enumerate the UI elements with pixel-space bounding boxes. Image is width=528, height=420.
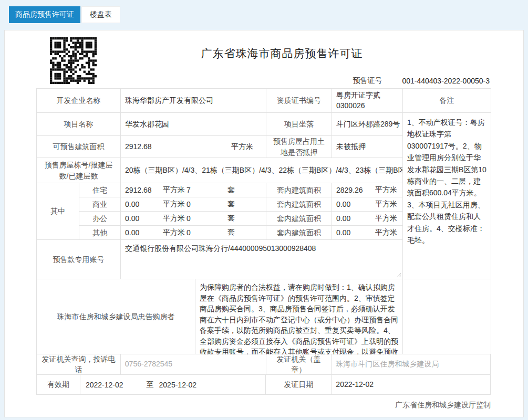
project-name-value: 华发水郡花园 (121, 113, 266, 136)
supervision-footer: 广东省住房和城乡建设厅监制 (36, 401, 491, 410)
inner-area-value: 2829.26 平方米 (332, 183, 403, 197)
license-no-value: 001-440403-2022-00050-3 (402, 77, 490, 85)
inner-area-unit: 平方米 (375, 200, 397, 209)
remark-label: 备注 (403, 89, 491, 113)
location-value: 斗门区环郡路289号 (332, 113, 403, 136)
count-unit: 套 (227, 185, 235, 195)
validity-label: 有效期 (37, 375, 80, 395)
inner-area-label: 套内建筑面积 (266, 226, 332, 240)
account-label: 预售款专用账号 (37, 240, 121, 279)
inner-area-label: 套内建筑面积 (266, 197, 332, 212)
mortgage-label: 预售房屋占用土地是否抵押 (266, 136, 332, 158)
breakdown-values: 2912.68 平方米 7 套 (121, 183, 266, 197)
inner-area-value: 0.00 平方米 (332, 226, 403, 240)
inner-area-unit: 平方米 (375, 214, 397, 223)
inner-area-number: 0.00 (336, 214, 350, 223)
buildings-value: 20栋（三期B区）/4/3、21栋（三期B区）/4/3、22栋（三期B区）/4/… (121, 158, 403, 183)
count-value: 0 (187, 200, 227, 208)
notice-value: 为保障购房者的合法权益，请在购房时做到：1、确认拟购房屋在《商品房预售许可证》的… (195, 279, 403, 354)
validity-to-input[interactable]: 2025-12-02 (159, 381, 197, 389)
account-value: 交通银行股份有限公司珠海分行/444000095013000928408 (125, 244, 316, 253)
project-name-label: 项目名称 (37, 113, 121, 136)
presale-area-value: 2912.68 平方米 (121, 136, 266, 158)
authority-label: 发证机关（盖章） (266, 354, 332, 375)
tab-building-table[interactable]: 楼盘表 (81, 6, 120, 23)
inner-area-unit: 平方米 (375, 228, 397, 237)
area-value: 0.00 (125, 200, 163, 208)
count-unit: 套 (227, 214, 235, 223)
inner-area-label: 套内建筑面积 (266, 212, 332, 226)
presale-area-label: 可预售建筑面积 (37, 136, 121, 158)
count-value: 0 (187, 228, 227, 237)
developer-label: 开发企业名称 (37, 89, 121, 113)
qualification-label: 资质证书编号 (266, 89, 332, 113)
count-unit: 套 (227, 228, 235, 237)
presale-area-number: 2912.68 (125, 142, 152, 152)
issue-date-input[interactable]: 2022-12-02 (332, 375, 491, 395)
buildings-label: 预售房屋栋号/报建层数/已建层数 (37, 158, 121, 183)
permit-table: 开发企业名称 珠海华郡房产开发有限公司 资质证书编号 粤房开证字贰0300026… (36, 88, 491, 395)
page: 商品房预售许可证 楼盘表 广东省珠海市商品房预售许可证 预售证号 001-440… (0, 0, 528, 420)
license-number-line: 预售证号 001-440403-2022-00050-3 (36, 76, 491, 86)
area-unit: 平方米 (163, 185, 187, 195)
breakdown-type: 其他 (79, 226, 121, 240)
phone-input[interactable]: 0756-2782545 (121, 354, 266, 375)
remark-value: 1、不动产权证号：粤房地权证珠字第0300071917号。2、物业管理用房分别位… (403, 113, 491, 279)
notice-label: 珠海市住房和城乡建设局忠告购房者 (37, 279, 195, 354)
inner-area-value: 0.00 平方米 (332, 197, 403, 212)
location-label: 项目坐落 (266, 113, 332, 136)
phone-label: 发证机关查询，投诉电话 (37, 354, 121, 375)
authority-input[interactable]: 珠海市斗门区住房和城乡建设局 (332, 354, 491, 375)
permit-card: 广东省珠海市商品房预售许可证 预售证号 001-440403-2022-0005… (4, 30, 524, 417)
breakdown-type: 住宅 (79, 183, 121, 197)
area-unit: 平方米 (163, 228, 187, 237)
inner-area-number: 2829.26 (336, 186, 363, 194)
qualification-value: 粤房开证字贰0300026 (332, 89, 403, 113)
breakdown-values: 0.00 平方米 0 套 (121, 197, 266, 212)
inner-area-label: 套内建筑面积 (266, 183, 332, 197)
count-value: 7 (187, 186, 227, 194)
presale-area-unit: 平方米 (231, 142, 266, 152)
area-unit: 平方米 (163, 214, 187, 223)
breakdown-values: 0.00 平方米 0 套 (121, 226, 266, 240)
validity-to-label: 至 (147, 380, 154, 390)
mortgage-value: 未被抵押 (332, 136, 403, 158)
breakdown-type: 办公 (79, 212, 121, 226)
inner-area-number: 0.00 (336, 200, 350, 208)
inner-area-unit: 平方米 (375, 185, 397, 195)
validity-from-input[interactable]: 2022-12-02 (86, 381, 123, 389)
count-value: 0 (187, 214, 227, 223)
validity-values: 2022-12-02 至 2025-12-02 (80, 375, 266, 395)
area-value: 0.00 (125, 228, 163, 237)
resize-handle-icon[interactable] (397, 273, 401, 278)
developer-value: 珠海华郡房产开发有限公司 (121, 89, 266, 113)
breakdown-type: 商业 (79, 197, 121, 212)
account-textarea[interactable]: 交通银行股份有限公司珠海分行/444000095013000928408 (121, 240, 403, 279)
area-unit: 平方米 (163, 200, 187, 209)
breakdown-label: 其中 (37, 183, 79, 240)
area-value: 0.00 (125, 214, 163, 223)
tab-presale-permit[interactable]: 商品房预售许可证 (9, 6, 80, 23)
remark-empty-cell (403, 279, 491, 354)
area-value: 2912.68 (125, 186, 163, 194)
license-no-label: 预售证号 (353, 76, 382, 86)
inner-area-value: 0.00 平方米 (332, 212, 403, 226)
count-unit: 套 (227, 200, 235, 209)
issue-date-label: 发证日期 (266, 375, 332, 395)
page-title: 广东省珠海市商品房预售许可证 (36, 46, 491, 61)
breakdown-values: 0.00 平方米 0 套 (121, 212, 266, 226)
inner-area-number: 0.00 (336, 228, 350, 237)
tab-bar: 商品房预售许可证 楼盘表 (9, 6, 120, 23)
